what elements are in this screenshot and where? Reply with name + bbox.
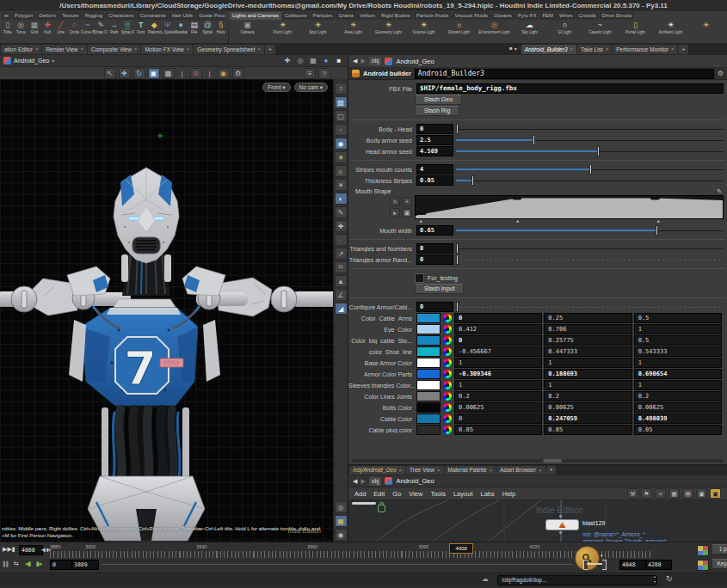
- slider-handle[interactable]: [456, 302, 459, 312]
- param-value-field[interactable]: 0: [416, 124, 453, 134]
- ramp-point-handle[interactable]: ▲: [418, 218, 423, 224]
- ramp-edit-pencil-icon[interactable]: ✎: [717, 188, 722, 195]
- tool-draw-curve[interactable]: ✎Draw Curve: [95, 21, 108, 43]
- close-icon[interactable]: ×: [539, 466, 542, 475]
- close-icon[interactable]: ×: [134, 45, 138, 54]
- param-value-field[interactable]: 4.569: [416, 146, 453, 156]
- handles-icon[interactable]: ▣: [148, 68, 160, 79]
- pane-ctrl-icon[interactable]: ▾: [514, 46, 517, 52]
- color-component-field[interactable]: 0.00625: [544, 402, 632, 413]
- pane-highlight-icon[interactable]: ▣: [710, 488, 721, 499]
- grid-snap-icon[interactable]: ▦: [335, 515, 348, 527]
- tool-helix[interactable]: §Helix: [214, 21, 228, 43]
- network-tab-obj-android-geo[interactable]: /obj/Android_Geo×: [349, 466, 405, 475]
- viewport-path[interactable]: Android_Geo: [14, 58, 49, 64]
- color-component-field[interactable]: 0: [454, 335, 542, 346]
- tool-l-system[interactable]: ΨL-System: [161, 21, 175, 43]
- color-grid-icon[interactable]: ▦: [668, 488, 680, 499]
- shelf-tab-vellum[interactable]: Vellum: [357, 12, 378, 20]
- shelf-tab-fem[interactable]: FEM: [539, 12, 556, 20]
- color-component-field[interactable]: 0.498039: [634, 413, 722, 424]
- pane-tab-motion-fx-view[interactable]: Motion FX View×: [141, 45, 193, 54]
- menu-view[interactable]: View: [409, 490, 422, 498]
- range-start-field[interactable]: 0: [50, 560, 72, 570]
- tool-camera[interactable]: ▣Camera: [230, 21, 265, 43]
- close-icon[interactable]: ×: [570, 45, 574, 54]
- normal-light-icon[interactable]: ☼: [335, 165, 348, 177]
- node-blast129[interactable]: [545, 519, 579, 530]
- shelf-tab-texture[interactable]: Texture: [59, 12, 82, 20]
- slider-handle[interactable]: [456, 124, 459, 134]
- tool-null[interactable]: ✚Null: [41, 21, 55, 43]
- param-slider[interactable]: [456, 225, 724, 236]
- shelf-tab-crowds[interactable]: Crowds: [576, 12, 598, 20]
- ramp-item-button[interactable]: ×: [390, 197, 400, 206]
- color-wheel-icon[interactable]: [443, 403, 452, 412]
- color-component-field[interactable]: 0.05: [634, 425, 722, 435]
- subrange-bar[interactable]: [587, 563, 602, 565]
- color-component-field[interactable]: -0.309346: [454, 369, 542, 379]
- color-component-field[interactable]: 1: [634, 380, 722, 390]
- new-tab-button[interactable]: +: [265, 45, 275, 54]
- color-component-field[interactable]: 0.5: [634, 313, 722, 323]
- geometry-select-icon[interactable]: ▢: [335, 110, 348, 122]
- param-path[interactable]: Android_Geo: [396, 58, 434, 65]
- param-value-field[interactable]: 0.65: [416, 225, 453, 236]
- swatch-icon[interactable]: ■: [334, 56, 344, 65]
- pane-tab-performance-monitor[interactable]: Performance Monitor×: [613, 45, 677, 54]
- angle-icon[interactable]: ∠: [335, 289, 348, 301]
- flag-icon[interactable]: ⚑: [641, 488, 652, 499]
- sleeves-triangles-color-swatch[interactable]: [416, 380, 441, 390]
- cube-icon[interactable]: ▦: [308, 56, 318, 65]
- param-value-field[interactable]: 0: [416, 302, 453, 312]
- slider-handle[interactable]: [589, 164, 592, 175]
- timeline-ruler[interactable]: 3889390039303960399040204000: [50, 544, 652, 560]
- range-end-field[interactable]: 3889: [71, 560, 99, 570]
- color-component-field[interactable]: 0.412: [454, 324, 542, 334]
- manipulator-icon[interactable]: ✎: [335, 206, 348, 218]
- shelf-tab-wires[interactable]: Wires: [557, 12, 575, 20]
- slider-handle[interactable]: [656, 225, 658, 236]
- close-icon[interactable]: ×: [35, 45, 39, 54]
- tool-circle[interactable]: ○Circle: [68, 21, 82, 43]
- pane-controls[interactable]: ■▾: [509, 46, 517, 52]
- ramp-item-button[interactable]: ▣: [402, 208, 412, 217]
- color-wheel-icon[interactable]: [443, 347, 452, 356]
- close-icon[interactable]: ×: [437, 466, 441, 475]
- color-component-field[interactable]: 1: [454, 358, 542, 368]
- shelf-tab-oceans[interactable]: Oceans: [491, 12, 514, 20]
- network-tab-tree-view[interactable]: Tree View×: [406, 466, 443, 475]
- range-slider[interactable]: [102, 564, 573, 565]
- snapshot-icon[interactable]: ▩: [163, 68, 175, 79]
- subrange-left-handle[interactable]: [583, 560, 588, 570]
- param-slider[interactable]: [456, 164, 724, 175]
- node-output-dot[interactable]: [559, 531, 562, 534]
- color-wheel-icon[interactable]: [443, 381, 452, 389]
- pane-tab-android-builder3[interactable]: Android_Builder3×: [521, 45, 576, 54]
- divider-icon[interactable]: |: [177, 69, 188, 78]
- visibility-icon[interactable]: ◉: [335, 529, 348, 541]
- param-slider[interactable]: [456, 254, 724, 265]
- help-icon[interactable]: ?: [335, 83, 348, 95]
- param-slider[interactable]: [456, 175, 724, 186]
- slider-handle[interactable]: [471, 175, 474, 186]
- subrange-right-handle[interactable]: [602, 560, 607, 570]
- color-cable-arms-swatch[interactable]: [416, 313, 441, 323]
- new-tab-button[interactable]: +: [678, 45, 688, 54]
- bolts-color-swatch[interactable]: [416, 402, 441, 413]
- color-component-field[interactable]: 0.2: [544, 391, 632, 401]
- tool-curve-bezier[interactable]: ~Curve Bezier: [81, 21, 95, 43]
- param-slider[interactable]: [456, 302, 724, 312]
- menu-tools[interactable]: Tools: [430, 490, 446, 498]
- select-mode-icon[interactable]: ▧: [335, 96, 348, 108]
- color-shoe-line-swatch[interactable]: [416, 346, 441, 357]
- param-value-field[interactable]: 0.05: [416, 175, 453, 186]
- radial-menu-icon[interactable]: ◎: [335, 501, 348, 513]
- next-key-icon[interactable]: ▮▸: [36, 559, 42, 569]
- shelf-tab-lights-and-cameras[interactable]: Lights and Cameras: [230, 12, 281, 20]
- forward-arrow-icon[interactable]: ▶: [360, 478, 365, 485]
- view-orientation-pill[interactable]: Front ▾: [262, 83, 290, 92]
- ramp-item-button[interactable]: +: [402, 197, 412, 206]
- camera-pill[interactable]: No cam ▾: [294, 83, 328, 92]
- tools-icon[interactable]: ⚒: [627, 488, 638, 499]
